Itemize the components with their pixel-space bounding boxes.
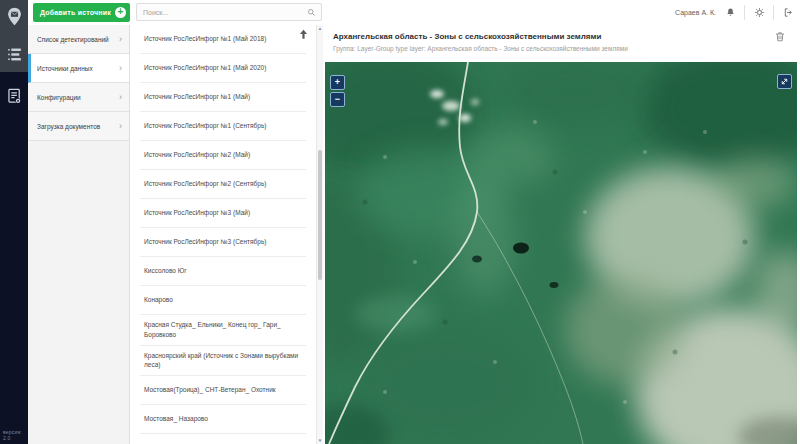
list-item[interactable]: Источник РосЛесИнфорг №2 (Май) xyxy=(140,141,306,170)
menu-item-0[interactable]: Список детектирований› xyxy=(28,25,129,54)
menu-item-label: Конфигурации xyxy=(37,94,81,101)
chevron-right-icon: › xyxy=(119,122,122,131)
map-pin-mail-icon xyxy=(5,7,24,26)
list-item[interactable]: Конарово xyxy=(140,286,306,315)
list-item-label: Источник РосЛесИнфорг №1 (Май) xyxy=(144,92,250,102)
list-item[interactable]: Источник РосЛесИнфорг №3 (Май) xyxy=(140,199,306,228)
detail-panel: Архангельская область - Зоны с сельскохо… xyxy=(323,25,800,444)
source-list: Источник РосЛесИнфорг №1 (Май 2018)Источ… xyxy=(130,25,316,444)
app-window: версия: 2.0 Добавить источник + Сараев А… xyxy=(0,0,800,444)
search-icon xyxy=(307,8,316,17)
chevron-right-icon: › xyxy=(119,64,122,73)
list-item-label: Источник РосЛесИнфорг №2 (Сентябрь) xyxy=(144,179,266,189)
list-item-label: Конарово xyxy=(144,295,173,305)
list-item[interactable]: Источник РосЛесИнфорг №2 (Сентябрь) xyxy=(140,170,306,199)
map-expand-button[interactable] xyxy=(777,74,792,89)
list-item[interactable]: Красная Студка_ Ельники_ Конец гор_ Гари… xyxy=(140,315,306,346)
map-zoom-in-button[interactable]: + xyxy=(330,75,345,90)
map-zoom-out-button[interactable]: − xyxy=(330,92,345,107)
list-item-label: Мостовая(Троица)_ СНТ-Ветеран_ Охотник xyxy=(144,385,276,395)
list-item-label: Источник РосЛесИнфорг №3 (Май) xyxy=(144,208,250,218)
documents-icon[interactable] xyxy=(3,85,25,107)
list-item[interactable]: Источник РосЛесИнфорг №1 (Май 2020) xyxy=(140,54,306,83)
settings-button[interactable] xyxy=(753,7,765,19)
search-box[interactable] xyxy=(136,3,322,21)
chevron-right-icon: › xyxy=(119,35,122,44)
logout-icon xyxy=(783,7,794,18)
list-item[interactable]: Источник РосЛесИнфорг №1 (Май) xyxy=(140,83,306,112)
top-bar: Добавить источник + Сараев А. К. xyxy=(28,0,800,26)
document-gear-icon xyxy=(5,87,24,106)
page-title: Архангельская область - Зоны с сельскохо… xyxy=(323,25,800,41)
app-version-label: версия: 2.0 xyxy=(3,429,28,441)
notifications-button[interactable] xyxy=(724,7,736,19)
expand-diagonal-icon xyxy=(780,77,789,86)
list-item[interactable]: Киссолово Юг xyxy=(140,257,306,286)
divider xyxy=(744,5,745,20)
list-item-label: Красноярский край (Источник с Зонами выр… xyxy=(144,351,302,371)
add-source-label: Добавить источник xyxy=(40,9,111,16)
list-item[interactable]: Источник РосЛесИнфорг №1 (Май 2018) xyxy=(140,25,306,54)
menu-item-label: Загрузка документов xyxy=(37,123,100,130)
list-item-label: Источник РосЛесИнфорг №1 (Сентябрь) xyxy=(144,121,266,131)
list-item-label: Источник РосЛесИнфорг №1 (Май 2020) xyxy=(144,63,266,73)
bell-icon xyxy=(725,7,736,18)
list-item-label: Красная Студка_ Ельники_ Конец гор_ Гари… xyxy=(144,320,302,340)
menu-item-1[interactable]: Источники данных› xyxy=(28,54,129,83)
menu-item-2[interactable]: Конфигурации› xyxy=(28,83,129,112)
menu-item-label: Список детектирований xyxy=(37,36,109,43)
user-name: Сараев А. К. xyxy=(675,9,716,16)
add-source-button[interactable]: Добавить источник + xyxy=(33,3,130,22)
list-item[interactable]: Источник РосЛесИнфорг №3 (Сентябрь) xyxy=(140,228,306,257)
list-item-label: Мостовая_ Назарово xyxy=(144,414,208,424)
list-item-label: Киссолово Юг xyxy=(144,266,187,276)
list-item-label: Источник РосЛесИнфорг №2 (Май) xyxy=(144,150,250,160)
list-rows-icon xyxy=(5,45,24,64)
list-scrollbar[interactable]: ▲ ▼ xyxy=(316,25,323,444)
satellite-imagery xyxy=(325,62,797,444)
logout-button[interactable] xyxy=(782,7,794,19)
nav-menu: Список детектирований›Источники данных›К… xyxy=(28,25,130,444)
detail-header: Архангельская область - Зоны с сельскохо… xyxy=(323,25,800,62)
menu-item-label: Источники данных xyxy=(37,65,93,72)
icon-rail: версия: 2.0 xyxy=(0,0,28,444)
plus-icon: + xyxy=(115,7,126,18)
detections-list-icon[interactable] xyxy=(3,43,25,65)
list-item-label: Источник РосЛесИнфорг №3 (Сентябрь) xyxy=(144,237,266,247)
scrollbar-thumb[interactable] xyxy=(318,150,322,280)
list-item[interactable]: Красноярский край (Источник с Зонами выр… xyxy=(140,346,306,377)
menu-item-3[interactable]: Загрузка документов› xyxy=(28,112,129,141)
user-area: Сараев А. К. xyxy=(675,0,794,25)
search-input[interactable] xyxy=(137,9,307,16)
satellite-map[interactable]: + − xyxy=(325,62,797,444)
list-item[interactable]: Мостовая_ Назарово xyxy=(140,405,306,434)
delete-source-button[interactable] xyxy=(774,30,786,43)
divider xyxy=(773,5,774,20)
group-subtitle: Группа: Layer-Group type layer: Архангел… xyxy=(323,41,800,52)
list-item[interactable]: Мостовая(Троица)_ СНТ-Ветеран_ Охотник xyxy=(140,376,306,405)
chevron-right-icon: › xyxy=(119,93,122,102)
upload-arrow-icon[interactable] xyxy=(297,28,310,42)
map-sources-icon[interactable] xyxy=(3,5,25,27)
list-item[interactable]: Источник РосЛесИнфорг №1 (Сентябрь) xyxy=(140,112,306,141)
gear-icon xyxy=(754,7,765,18)
list-item-label: Источник РосЛесИнфорг №1 (Май 2018) xyxy=(144,34,266,44)
